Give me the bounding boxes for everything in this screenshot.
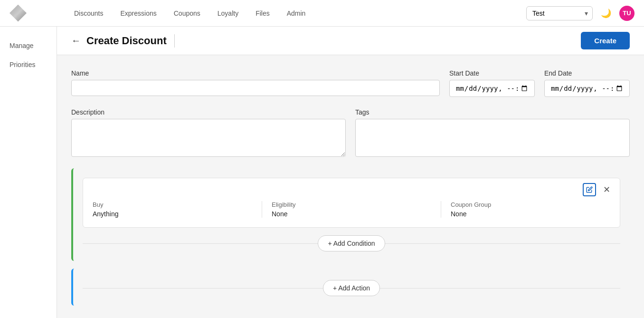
condition-card-header: ✕ xyxy=(83,178,620,196)
eligibility-label: Eligibility xyxy=(272,201,431,208)
coupon-group-column: Coupon Group None xyxy=(441,201,620,218)
end-date-group: End Date xyxy=(544,69,630,97)
tags-label: Tags xyxy=(355,108,630,116)
nav-files[interactable]: Files xyxy=(248,6,277,21)
start-date-group: Start Date xyxy=(449,69,535,97)
page-title: Create Discount xyxy=(86,35,167,47)
nav-right: Test 🌙 TU xyxy=(526,6,635,21)
action-section: + Add Action xyxy=(71,269,630,306)
logo-area xyxy=(9,5,66,22)
buy-value: Anything xyxy=(93,210,252,218)
add-action-button[interactable]: + Add Action xyxy=(323,280,380,296)
back-button[interactable]: ← xyxy=(71,35,81,46)
logo-icon[interactable] xyxy=(9,5,27,22)
coupon-group-value: None xyxy=(451,210,610,218)
start-date-label: Start Date xyxy=(449,69,535,77)
nav-expressions[interactable]: Expressions xyxy=(113,6,164,21)
divider-right xyxy=(385,243,620,244)
start-date-input[interactable] xyxy=(449,80,535,97)
end-date-input[interactable] xyxy=(544,80,630,97)
name-label: Name xyxy=(71,69,440,77)
dark-mode-icon[interactable]: 🌙 xyxy=(598,6,614,21)
sidebar-item-priorities[interactable]: Priorities xyxy=(0,55,57,74)
page-header: ← Create Discount Create xyxy=(57,27,644,55)
form-row-2: Description Tags xyxy=(71,108,630,157)
top-nav: Discounts Expressions Coupons Loyalty Fi… xyxy=(0,0,644,27)
add-condition-row: + Add Condition xyxy=(83,235,620,251)
env-selector-wrapper: Test xyxy=(526,6,593,20)
description-label: Description xyxy=(71,108,346,116)
buy-label: Buy xyxy=(93,201,252,208)
end-date-label: End Date xyxy=(544,69,630,77)
form-row-1: Name Start Date End Date xyxy=(71,69,630,97)
add-condition-button[interactable]: + Add Condition xyxy=(318,235,385,251)
sidebar: Manage Priorities xyxy=(0,27,57,318)
name-group: Name xyxy=(71,69,440,97)
nav-coupons[interactable]: Coupons xyxy=(166,6,208,21)
avatar[interactable]: TU xyxy=(619,6,635,21)
tags-group: Tags xyxy=(355,108,630,157)
main-content: ← Create Discount Create Name Start Date… xyxy=(57,27,644,318)
action-divider-right xyxy=(380,288,620,289)
condition-section: ✕ Buy Anything Eligibility None Coupon G… xyxy=(71,168,630,261)
title-divider xyxy=(174,34,175,48)
add-action-row: + Add Action xyxy=(83,280,620,296)
edit-condition-button[interactable] xyxy=(583,183,596,196)
sidebar-item-manage[interactable]: Manage xyxy=(0,36,57,55)
description-group: Description xyxy=(71,108,346,157)
tags-input[interactable] xyxy=(355,119,630,157)
env-selector[interactable]: Test xyxy=(526,6,593,20)
divider-left xyxy=(83,243,318,244)
buy-column: Buy Anything xyxy=(83,201,262,218)
coupon-group-label: Coupon Group xyxy=(451,201,610,208)
close-condition-button[interactable]: ✕ xyxy=(600,183,613,196)
content-area: Name Start Date End Date Description Tag… xyxy=(57,55,644,318)
nav-loyalty[interactable]: Loyalty xyxy=(210,6,246,21)
create-button[interactable]: Create xyxy=(581,32,630,49)
eligibility-value: None xyxy=(272,210,431,218)
nav-discounts[interactable]: Discounts xyxy=(66,6,111,21)
page-header-left: ← Create Discount xyxy=(71,34,177,48)
eligibility-column: Eligibility None xyxy=(262,201,441,218)
name-input[interactable] xyxy=(71,80,440,96)
nav-admin[interactable]: Admin xyxy=(279,6,313,21)
action-divider-left xyxy=(83,288,323,289)
nav-links: Discounts Expressions Coupons Loyalty Fi… xyxy=(66,6,526,21)
condition-card: ✕ Buy Anything Eligibility None Coupon G… xyxy=(83,178,620,228)
description-input[interactable] xyxy=(71,119,346,157)
condition-card-body: Buy Anything Eligibility None Coupon Gro… xyxy=(83,196,620,227)
